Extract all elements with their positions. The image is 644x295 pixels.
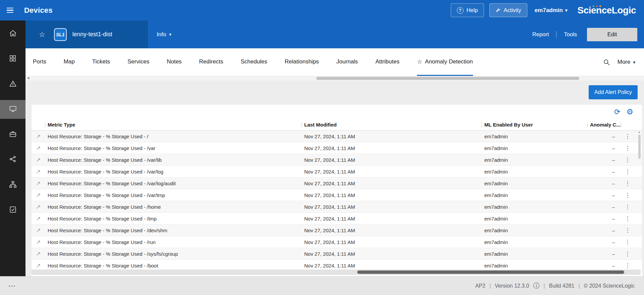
refresh-icon[interactable]: ⟳ (614, 108, 620, 116)
open-metric-arrow-icon[interactable]: ↗ (36, 156, 41, 163)
help-label: Help (467, 7, 478, 13)
tab-anomaly-detection[interactable]: ☆ Anomaly Detection (417, 48, 473, 76)
warning-triangle-icon (9, 80, 17, 89)
open-metric-arrow-icon[interactable]: ↗ (36, 227, 41, 234)
table-row[interactable]: ↗ Host Resource: Storage - % Storage Use… (32, 131, 642, 142)
row-menu-kebab-icon[interactable]: ⋮ (625, 133, 631, 140)
col-ml-enabled-by-user[interactable]: ML Enabled By User (482, 119, 587, 130)
row-menu-kebab-icon[interactable]: ⋮ (625, 192, 631, 199)
user-name: em7admin (535, 7, 563, 14)
open-metric-arrow-icon[interactable]: ↗ (36, 262, 41, 269)
open-metric-arrow-icon[interactable]: ↗ (36, 192, 41, 199)
open-metric-arrow-icon[interactable]: ↗ (36, 168, 41, 175)
anomaly-count-cell: – (587, 204, 621, 210)
sidebar-item-events[interactable] (0, 75, 25, 94)
edit-button[interactable]: Edit (587, 28, 637, 41)
sidebar-item-dashboards[interactable] (0, 50, 25, 68)
vertical-scrollbar-thumb[interactable] (638, 135, 641, 159)
footer-version: Version 12.3.0 (495, 283, 529, 289)
table-row[interactable]: ↗ Host Resource: Storage - % Storage Use… (32, 142, 642, 154)
more-tabs-dropdown[interactable]: More ▾ (618, 59, 635, 65)
briefcase-icon (9, 130, 17, 139)
open-metric-arrow-icon[interactable]: ↗ (36, 215, 41, 222)
row-menu-kebab-icon[interactable]: ⋮ (625, 239, 631, 246)
info-icon[interactable]: ⓘ (533, 282, 540, 290)
help-button[interactable]: ? Help (451, 3, 484, 17)
tools-link[interactable]: Tools (564, 31, 577, 38)
tab-tickets[interactable]: Tickets (92, 48, 110, 76)
col-anomaly-count[interactable]: Anomaly C... (587, 119, 621, 130)
ml-enabled-by-cell: em7admin (482, 157, 587, 163)
row-menu-kebab-icon[interactable]: ⋮ (625, 156, 631, 163)
sidebar-item-automation[interactable] (0, 201, 25, 219)
open-metric-arrow-icon[interactable]: ↗ (36, 203, 41, 210)
table-row[interactable]: ↗ Host Resource: Storage - % Storage Use… (32, 201, 642, 213)
col-metric-type[interactable]: Metric Type (45, 119, 302, 130)
row-menu-kebab-icon[interactable]: ⋮ (625, 180, 631, 187)
hamburger-menu-icon[interactable] (3, 4, 18, 17)
table-row[interactable]: ↗ Host Resource: Storage - % Storage Use… (32, 213, 642, 225)
tab-services[interactable]: Services (127, 48, 149, 76)
more-label: More (618, 59, 631, 65)
open-metric-arrow-icon[interactable]: ↗ (36, 145, 41, 152)
tabs-scrollbar-thumb[interactable] (316, 77, 579, 80)
table-row[interactable]: ↗ Host Resource: Storage - % Storage Use… (32, 178, 642, 189)
tab-redirects[interactable]: Redirects (199, 48, 223, 76)
last-modified-cell: Nov 27, 2024, 1:11 AM (302, 228, 482, 233)
row-menu-kebab-icon[interactable]: ⋮ (625, 262, 631, 269)
table-row[interactable]: ↗ Host Resource: Storage - % Storage Use… (32, 154, 642, 166)
report-link[interactable]: Report (532, 31, 549, 38)
anomaly-count-cell: – (587, 263, 621, 268)
open-metric-arrow-icon[interactable]: ↗ (36, 239, 41, 246)
table-header-row: Metric Type Last Modified ML Enabled By … (32, 119, 642, 131)
row-menu-kebab-icon[interactable]: ⋮ (625, 250, 631, 257)
horizontal-scrollbar-thumb[interactable] (357, 271, 624, 274)
tab-schedules[interactable]: Schedules (240, 48, 267, 76)
col-actions (621, 119, 634, 130)
metric-type-cell: Host Resource: Storage - % Storage Used … (45, 228, 302, 233)
anomaly-count-cell: – (587, 216, 621, 222)
info-label: Info (157, 31, 166, 38)
user-menu[interactable]: em7admin ▾ (535, 7, 568, 14)
left-nav-sidebar (0, 20, 25, 276)
sidebar-item-business-services[interactable] (0, 125, 25, 144)
open-metric-arrow-icon[interactable]: ↗ (36, 250, 41, 257)
tab-ports[interactable]: Ports (33, 48, 46, 76)
search-icon[interactable] (603, 59, 610, 66)
tab-relationships[interactable]: Relationships (285, 48, 319, 76)
scroll-left-arrow-icon[interactable]: ◀ (27, 77, 29, 80)
sidebar-item-maps[interactable] (0, 176, 25, 194)
col-last-modified[interactable]: Last Modified (302, 119, 482, 130)
table-row[interactable]: ↗ Host Resource: Storage - % Storage Use… (32, 248, 642, 260)
info-dropdown[interactable]: Info ▾ (157, 31, 171, 38)
open-metric-arrow-icon[interactable]: ↗ (36, 180, 41, 187)
sidebar-item-devices[interactable] (0, 100, 25, 119)
footer-copyright: © 2024 ScienceLogic (584, 283, 635, 289)
tab-map[interactable]: Map (64, 48, 75, 76)
tab-journals[interactable]: Journals (336, 48, 358, 76)
row-menu-kebab-icon[interactable]: ⋮ (625, 203, 631, 210)
gear-icon[interactable]: ⚙ (626, 108, 633, 116)
row-menu-kebab-icon[interactable]: ⋮ (625, 215, 631, 222)
metric-type-cell: Host Resource: Storage - % Storage Used … (45, 145, 302, 151)
add-alert-policy-button[interactable]: Add Alert Policy (589, 85, 638, 99)
tab-attributes[interactable]: Attributes (375, 48, 399, 76)
row-menu-kebab-icon[interactable]: ⋮ (625, 145, 631, 152)
sidebar-item-home[interactable] (0, 24, 25, 43)
last-modified-cell: Nov 27, 2024, 1:11 AM (302, 181, 482, 186)
table-row[interactable]: ↗ Host Resource: Storage - % Storage Use… (32, 236, 642, 248)
favorite-star-icon[interactable]: ☆ (39, 31, 45, 39)
last-modified-cell: Nov 27, 2024, 1:11 AM (302, 239, 482, 245)
table-row[interactable]: ↗ Host Resource: Storage - % Storage Use… (32, 225, 642, 236)
scroll-up-arrow-icon[interactable]: ▲ (638, 131, 641, 134)
row-menu-kebab-icon[interactable]: ⋮ (625, 168, 631, 175)
open-metric-arrow-icon[interactable]: ↗ (36, 133, 41, 140)
table-row[interactable]: ↗ Host Resource: Storage - % Storage Use… (32, 189, 642, 201)
tab-notes[interactable]: Notes (167, 48, 181, 76)
anomaly-count-cell: – (587, 145, 621, 151)
table-row[interactable]: ↗ Host Resource: Storage - % Storage Use… (32, 166, 642, 178)
sidebar-item-api-share[interactable] (0, 150, 25, 169)
more-options-icon[interactable]: ⋯ (8, 282, 15, 290)
activity-button[interactable]: Activity (489, 3, 527, 17)
row-menu-kebab-icon[interactable]: ⋮ (625, 227, 631, 234)
